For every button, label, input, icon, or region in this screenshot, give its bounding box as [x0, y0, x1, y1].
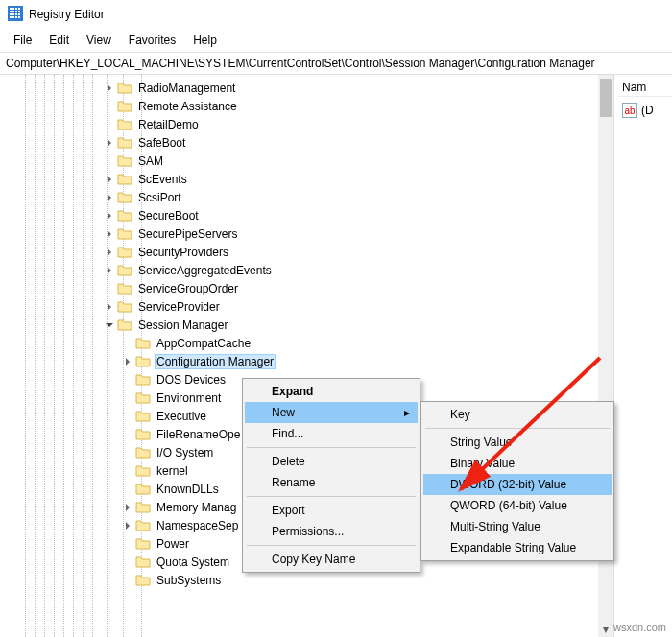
scroll-down-arrow[interactable]: ▾ — [598, 622, 613, 637]
tree-item-label: AppCompatCache — [155, 336, 252, 351]
tree-item[interactable]: SafeBoot — [0, 133, 613, 152]
tree-item[interactable]: SAM — [0, 152, 613, 170]
folder-icon — [117, 135, 132, 151]
ctx-permissions[interactable]: Permissions... — [245, 521, 418, 542]
new-dword-32-bit-value[interactable]: DWORD (32-bit) Value — [423, 474, 612, 495]
chevron-right-icon[interactable] — [102, 299, 117, 315]
tree-item[interactable]: Remote Assistance — [0, 97, 613, 115]
menu-help[interactable]: Help — [185, 31, 225, 50]
tree-item-label: SAM — [136, 153, 165, 169]
new-binary-value[interactable]: Binary Value — [423, 453, 612, 474]
tree-item-label: Session Manager — [136, 318, 229, 333]
tree-item-label: SafeBoot — [136, 135, 187, 151]
address-bar[interactable]: Computer\HKEY_LOCAL_MACHINE\SYSTEM\Curre… — [0, 53, 672, 75]
tree-item[interactable]: Configuration Manager — [0, 352, 613, 370]
tree-item[interactable]: SubSystems — [0, 571, 613, 589]
folder-icon — [135, 500, 151, 515]
ctx-rename[interactable]: Rename — [245, 472, 418, 493]
folder-icon — [135, 390, 151, 406]
svg-rect-9 — [10, 13, 12, 15]
tree-item[interactable]: RetailDemo — [0, 115, 613, 133]
chevron-right-icon[interactable] — [102, 81, 117, 96]
tree-item-label: FileRenameOpe — [155, 427, 242, 442]
twisty-empty — [120, 463, 135, 479]
folder-icon — [117, 117, 132, 132]
tree-item[interactable]: RadioManagement — [0, 79, 613, 97]
menu-file[interactable]: File — [6, 31, 39, 50]
tree-item-label: ScEvents — [136, 172, 189, 187]
tree-item[interactable]: ServiceGroupOrder — [0, 279, 613, 297]
twisty-empty — [120, 336, 135, 351]
folder-icon — [135, 518, 151, 533]
tree-item[interactable]: SecurityProviders — [0, 243, 613, 261]
chevron-right-icon[interactable] — [102, 245, 117, 260]
chevron-right-icon[interactable] — [102, 190, 117, 205]
chevron-right-icon[interactable] — [102, 263, 117, 278]
svg-rect-7 — [15, 11, 17, 12]
chevron-right-icon[interactable] — [120, 354, 135, 369]
column-header-name[interactable]: Nam — [618, 79, 672, 97]
folder-icon — [135, 554, 151, 570]
new-key[interactable]: Key — [423, 404, 612, 425]
folder-icon — [135, 336, 151, 351]
tree-item[interactable]: SecureBoot — [0, 206, 613, 224]
tree-item[interactable]: SecurePipeServers — [0, 224, 613, 243]
twisty-empty — [102, 117, 117, 132]
tree-item[interactable]: ServiceAggregatedEvents — [0, 261, 613, 279]
tree-item-label: ServiceGroupOrder — [136, 281, 240, 296]
folder-icon — [117, 153, 132, 169]
tree-item[interactable]: ScEvents — [0, 170, 613, 188]
chevron-down-icon[interactable] — [102, 318, 117, 333]
chevron-right-icon[interactable] — [102, 135, 117, 151]
folder-icon — [135, 573, 151, 588]
menu-view[interactable]: View — [79, 31, 119, 50]
twisty-empty — [102, 281, 117, 296]
new-string-value[interactable]: String Value — [423, 432, 612, 453]
chevron-right-icon[interactable] — [102, 172, 117, 187]
svg-rect-8 — [18, 11, 20, 12]
folder-icon — [135, 409, 151, 424]
folder-icon — [117, 299, 132, 315]
folder-icon — [135, 536, 151, 552]
ctx-expand[interactable]: Expand — [245, 381, 418, 402]
tree-item-label: ServiceProvider — [136, 299, 222, 315]
twisty-empty — [120, 427, 135, 442]
tree-item-label: SubSystems — [155, 573, 223, 588]
tree-item-label: RadioManagement — [136, 81, 237, 96]
menu-separator — [247, 545, 416, 546]
ctx-copy-key-name[interactable]: Copy Key Name — [245, 549, 418, 570]
ctx-find[interactable]: Find... — [245, 423, 418, 444]
tree-item[interactable]: ServiceProvider — [0, 297, 613, 316]
tree-item[interactable]: ScsiPort — [0, 188, 613, 206]
watermark: wsxdn.com — [613, 622, 666, 633]
tree-item[interactable]: AppCompatCache — [0, 334, 613, 352]
ctx-new[interactable]: New▸ — [245, 402, 418, 423]
chevron-right-icon[interactable] — [120, 500, 135, 515]
tree-item[interactable]: Session Manager — [0, 316, 613, 334]
twisty-empty — [120, 573, 135, 588]
new-expandable-string-value[interactable]: Expandable String Value — [423, 537, 612, 558]
tree-item-label: ScsiPort — [136, 190, 183, 205]
svg-rect-13 — [10, 16, 12, 18]
value-row-default[interactable]: ab (D — [618, 101, 672, 120]
svg-rect-11 — [15, 13, 17, 15]
context-menu[interactable]: ExpandNew▸Find...DeleteRenameExportPermi… — [242, 378, 420, 573]
new-qword-64-bit-value[interactable]: QWORD (64-bit) Value — [423, 495, 612, 516]
ctx-export[interactable]: Export — [245, 500, 418, 521]
ctx-delete[interactable]: Delete — [245, 451, 418, 472]
chevron-right-icon[interactable] — [120, 518, 135, 533]
context-submenu-new[interactable]: KeyString ValueBinary ValueDWORD (32-bit… — [420, 401, 614, 561]
chevron-right-icon[interactable] — [102, 226, 117, 242]
folder-icon — [117, 190, 132, 205]
svg-rect-14 — [12, 16, 14, 18]
new-multi-string-value[interactable]: Multi-String Value — [423, 516, 612, 537]
chevron-right-icon[interactable] — [102, 208, 117, 224]
menu-favorites[interactable]: Favorites — [121, 31, 183, 50]
scrollbar-thumb[interactable] — [600, 79, 612, 117]
svg-rect-15 — [15, 16, 17, 18]
twisty-empty — [102, 99, 117, 114]
folder-icon — [135, 372, 151, 388]
titlebar: Registry Editor — [0, 0, 672, 29]
menu-separator — [247, 447, 416, 448]
menu-edit[interactable]: Edit — [41, 31, 77, 50]
